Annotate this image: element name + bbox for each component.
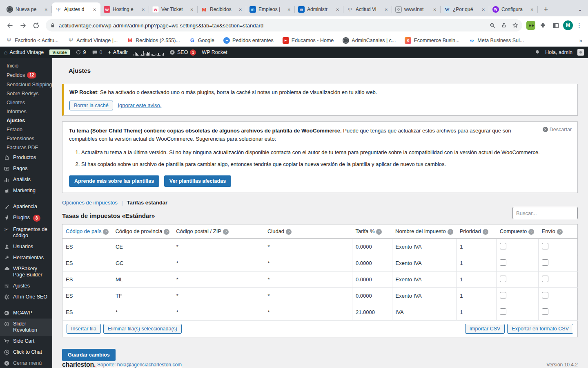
table-row[interactable]: ESGC**0.0000Exento IVA1	[62, 255, 578, 271]
tab-close-icon[interactable]: ✕	[287, 7, 292, 13]
cell-c-digo-postal-zip[interactable]: *	[173, 304, 264, 320]
browser-tab-3[interactable]: wHosting e✕	[100, 2, 149, 16]
cell-tarifa-[interactable]: 0.0000	[352, 271, 392, 287]
tab-close-icon[interactable]: ✕	[238, 7, 243, 13]
sidebar-item-slider-revolution[interactable]: Slider Revolution	[0, 319, 52, 336]
sidebar-item-ajustes[interactable]: Ajustes	[0, 280, 52, 292]
insertar-fila-button[interactable]: Insertar fila	[67, 324, 101, 334]
cell-c-digo-de-provincia[interactable]: *	[112, 304, 173, 320]
clear-cache-button[interactable]: Borrar la caché	[69, 101, 113, 110]
cell-nombre-del-impuesto[interactable]: Exento IVA	[392, 255, 457, 271]
exportar-en-formato-csv-button[interactable]: Exportar en formato CSV	[507, 324, 573, 334]
bookmark-item-9[interactable]: ∞Meta Business Sui...	[468, 37, 524, 44]
help-icon[interactable]: ?	[286, 229, 292, 235]
cell-tarifa-[interactable]: 0.0000	[352, 255, 392, 271]
seo-menu[interactable]: SEO 1	[169, 49, 196, 56]
sidebar-item-cerrar-men-[interactable]: Cerrar menú	[0, 358, 52, 368]
tab-close-icon[interactable]: ✕	[432, 7, 437, 13]
search-input[interactable]	[512, 207, 578, 219]
share-icon[interactable]	[501, 22, 507, 28]
sidebar-submenu-estado[interactable]: Estado	[0, 125, 52, 134]
bookmark-item-7[interactable]: AdminCanales | c...	[343, 37, 396, 44]
cell-c-digo-de-pa-s[interactable]: ES	[62, 271, 112, 287]
comments-indicator[interactable]: 0	[92, 49, 102, 55]
browser-menu-icon[interactable]: ⋮	[575, 22, 584, 29]
column-header-1[interactable]: Código de país?	[62, 224, 112, 239]
tab-close-icon[interactable]: ✕	[189, 7, 194, 13]
updates-indicator[interactable]: 9	[76, 49, 86, 55]
tab-close-icon[interactable]: ✕	[481, 7, 486, 13]
table-row[interactable]: ESTF**0.0000Exento IVA1	[62, 287, 578, 304]
cell-tarifa-[interactable]: 21.0000	[352, 304, 392, 320]
wp-rocket-menu[interactable]: WP Rocket	[202, 49, 227, 55]
sidebar-item-mc4wp[interactable]: MC4WP	[0, 307, 52, 319]
extensions-puzzle-icon[interactable]	[537, 20, 548, 31]
support-link[interactable]: Soporte: hola@agenciacharleston.com	[97, 362, 182, 368]
compuesto-checkbox[interactable]	[500, 276, 506, 282]
address-bar[interactable]: actitudvintage.com/wp-admin/admin.php?pa…	[46, 19, 522, 31]
help-icon[interactable]: ?	[223, 229, 229, 235]
table-row[interactable]: ESML**0.0000Exento IVA1	[62, 271, 578, 287]
cell-c-digo-de-pa-s[interactable]: ES	[62, 304, 112, 320]
bookmarks-overflow-icon[interactable]: »	[579, 37, 582, 44]
sidebar-item-apariencia[interactable]: Apariencia	[0, 201, 52, 212]
forward-icon[interactable]	[17, 20, 29, 31]
browser-tab-6[interactable]: inEmpleos |✕	[246, 2, 295, 16]
compuesto-checkbox[interactable]	[500, 308, 506, 315]
sidebar-item-herramientas[interactable]: Herramientas	[0, 252, 52, 263]
cell-prioridad[interactable]: 1	[457, 271, 497, 287]
envio-checkbox[interactable]	[542, 243, 548, 249]
bookmark-item-3[interactable]: MRecibidos (2.555)...	[127, 37, 180, 44]
zoom-out-icon[interactable]	[490, 22, 495, 28]
cell-c-digo-de-pa-s[interactable]: ES	[62, 238, 112, 255]
browser-tab-10[interactable]: W¿Por qué✕	[441, 2, 489, 16]
sidebar-submenu-informes[interactable]: Informes	[0, 107, 52, 116]
cell-ciudad[interactable]: *	[264, 255, 352, 271]
sidebar-submenu-facturas-pdf[interactable]: Facturas PDF	[0, 143, 52, 152]
profile-avatar[interactable]: M	[563, 20, 573, 30]
compuesto-checkbox[interactable]	[500, 292, 506, 298]
tab-search-chevron-icon[interactable]: ⌄	[578, 6, 582, 12]
cell-c-digo-de-pa-s[interactable]: ES	[62, 255, 112, 271]
sidebar-item-wpbakery-page-builder[interactable]: WPBakery Page Builder	[0, 263, 52, 280]
sidebar-item-an-lisis[interactable]: Análisis	[0, 174, 52, 185]
envio-checkbox[interactable]	[542, 292, 548, 298]
importar-csv-button[interactable]: Importar CSV	[465, 324, 505, 334]
tax-options-link[interactable]: Opciones de impuestos	[62, 200, 118, 206]
eliminar-fila-s-seleccionada-s--button[interactable]: Eliminar fila(s) seleccionada(s)	[103, 324, 182, 334]
new-tab-button[interactable]: +	[540, 4, 552, 15]
sidebar-submenu-clientes[interactable]: Clientes	[0, 98, 52, 107]
sidebar-submenu-inicio[interactable]: Inicio	[0, 61, 52, 70]
tab-close-icon[interactable]: ✕	[335, 7, 340, 13]
table-row[interactable]: ESCE**0.0000Exento IVA1	[62, 238, 578, 255]
cell-c-digo-de-provincia[interactable]: CE	[112, 238, 173, 255]
cell-ciudad[interactable]: *	[264, 287, 352, 304]
stats-sparkline[interactable]	[134, 49, 164, 56]
sidebar-item-click-to-chat[interactable]: Click to Chat	[0, 347, 52, 358]
cell-ciudad[interactable]: *	[264, 271, 352, 287]
cell-ciudad[interactable]: *	[264, 304, 352, 320]
cell-nombre-del-impuesto[interactable]: IVA	[392, 304, 457, 320]
cell-c-digo-de-provincia[interactable]: TF	[112, 287, 173, 304]
new-content-button[interactable]: + Añadir	[108, 49, 128, 55]
browser-tab-9[interactable]: www.inst✕	[392, 2, 441, 16]
sidebar-item-productos[interactable]: Productos	[0, 152, 52, 163]
help-icon[interactable]: ?	[164, 229, 169, 235]
cell-c-digo-de-pa-s[interactable]: ES	[62, 287, 112, 304]
admin-bar-site[interactable]: ⌂ Actitud Vintage	[4, 49, 44, 56]
help-icon[interactable]: ?	[483, 229, 488, 235]
bell-icon[interactable]	[535, 49, 540, 55]
dismiss-theme-notice-link[interactable]: ✕ Descartar	[543, 127, 572, 132]
cell-c-digo-postal-zip[interactable]: *	[173, 271, 264, 287]
tab-close-icon[interactable]: ✕	[141, 7, 146, 13]
cell-tarifa-[interactable]: 0.0000	[352, 287, 392, 304]
dismiss-notice-link[interactable]: Ignorar este aviso.	[118, 102, 161, 108]
sidebar-item-marketing[interactable]: Marketing	[0, 185, 52, 196]
sidebar-item-usuarios[interactable]: Usuarios	[0, 241, 52, 252]
help-icon[interactable]: ?	[528, 229, 534, 235]
browser-tab-7[interactable]: inAdministr✕	[295, 2, 343, 16]
bookmark-star-icon[interactable]	[512, 22, 518, 28]
envio-checkbox[interactable]	[542, 259, 548, 266]
cell-c-digo-postal-zip[interactable]: *	[173, 238, 264, 255]
help-icon[interactable]: ?	[103, 229, 109, 235]
